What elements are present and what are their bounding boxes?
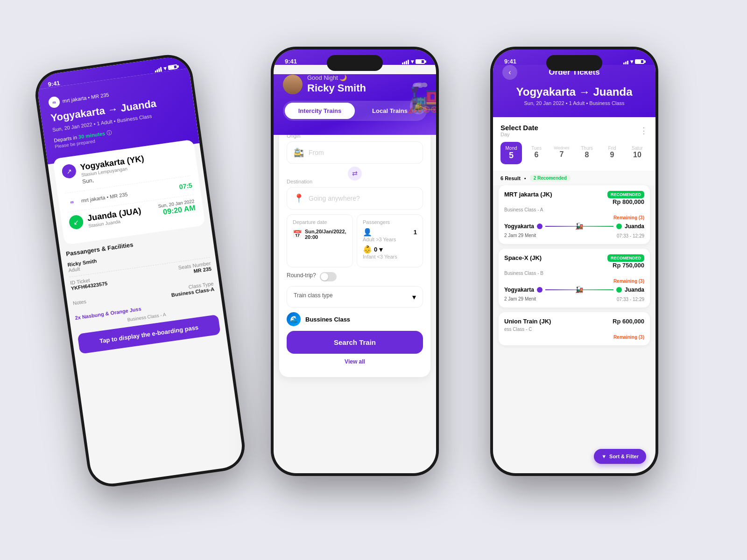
- phone-ticket: 9:41 ▾ m mrt jakarta • MR 235 Yogyakarta…: [32, 52, 248, 490]
- class-badge-2: ess Class - C: [504, 327, 644, 332]
- day-num-1: 6: [528, 151, 545, 159]
- route-visual-1: Yogyakarta 🚂 Juanda: [504, 287, 644, 293]
- greeting: Good Night 🌙: [307, 74, 366, 81]
- recommended-badge: 2 Recomended: [530, 175, 571, 182]
- order-route: Yogyakarta → Juanda: [502, 85, 646, 98]
- train-price-0: Rp 800,000: [607, 198, 644, 205]
- from-placeholder: From: [309, 149, 324, 156]
- day-item-4[interactable]: Frid 9: [601, 142, 623, 164]
- day-label-5: Satur: [628, 146, 646, 151]
- results-bar: 6 Result • 2 Recomended: [493, 171, 655, 185]
- toggle-knob: [321, 273, 328, 280]
- chevron-down-icon: ▾: [412, 293, 416, 301]
- date-sel-header: Select Date Day ⋮: [500, 124, 648, 137]
- round-trip-toggle[interactable]: [320, 272, 337, 281]
- day-item-3[interactable]: Thurs 8: [576, 142, 598, 164]
- train-card-0[interactable]: MRT jakarta (JK) RECOMENDED Rp 800,000 B…: [499, 185, 650, 244]
- class-name: Bussines Class: [305, 316, 350, 323]
- wifi-icon-right: ▾: [630, 58, 633, 65]
- from-field[interactable]: 🚉 From: [287, 141, 423, 164]
- route-train-0: 🚂: [575, 222, 583, 230]
- route-line-1: 🚂: [545, 289, 613, 290]
- infant-label: Infant <3 Years: [363, 254, 417, 259]
- battery-icon: [168, 64, 177, 70]
- train-time: 07:5: [179, 182, 193, 191]
- train-card-header-0: MRT jakarta (JK) RECOMENDED Rp 800,000: [504, 191, 644, 205]
- dest-field[interactable]: 📍 Going anywhere?: [287, 187, 423, 210]
- day-label-1: Tues: [528, 146, 545, 151]
- day-item-2[interactable]: Wednes 7: [551, 142, 572, 164]
- class-dropdown[interactable]: Train class type ▾: [287, 286, 423, 308]
- order-meta: Sun, 20 Jan 2022 • 1 Adult • Business Cl…: [502, 100, 646, 106]
- round-trip-row: Round-trip?: [287, 272, 423, 281]
- train-name-badge: mrt jakarta • MR 235: [81, 191, 128, 203]
- to-station-1: Juanda: [625, 287, 644, 293]
- mrt-info: mrt jakarta • MR 235: [62, 92, 109, 104]
- view-all[interactable]: View all: [287, 354, 423, 370]
- round-trip-label: Round-trip?: [287, 272, 316, 279]
- pax-field[interactable]: Passengers 👤 1 Adult >3 Years 👶 0 ▾ Infa…: [357, 214, 423, 267]
- train-logo: m: [66, 196, 78, 208]
- train-card-2[interactable]: Union Train (JK) Rp 600,000 ess Class - …: [499, 312, 650, 345]
- notch-right: [546, 55, 602, 71]
- route-dot-end-0: [616, 224, 622, 229]
- boarding-btn[interactable]: Tap to display the e-boarding pass: [78, 315, 221, 354]
- class-badge-1: Business Class - B: [504, 271, 644, 276]
- adult-label: Adult >3 Years: [363, 237, 417, 242]
- date-sel-sub: Day: [500, 132, 538, 137]
- sort-filter-btn[interactable]: ▼ Sort & Filter: [594, 449, 646, 464]
- day-num-3: 8: [578, 151, 596, 159]
- sort-filter-label: Sort & Filter: [609, 454, 639, 459]
- date-value: Sun,20/Jan/2022, 20:00: [305, 229, 347, 240]
- day-num-2: 7: [553, 150, 571, 159]
- more-icon[interactable]: ⋮: [640, 126, 648, 136]
- chevron-icon: ▾: [379, 245, 383, 254]
- times-0: 07:33 - 12:29: [617, 233, 644, 238]
- search-form: Origin 🚉 From ⇅ Destination 📍 Going anyw…: [279, 126, 430, 377]
- result-count: 6 Result: [500, 175, 521, 181]
- back-btn[interactable]: ‹: [502, 65, 517, 80]
- tab-intercity[interactable]: Intercity Trains: [285, 103, 355, 119]
- day-num-0: 5: [502, 151, 520, 161]
- pax-row-inner: 👤 1: [363, 228, 417, 237]
- user-name: Ricky Smith: [307, 82, 366, 94]
- train-tabs: Intercity Trains Local Trains: [283, 101, 427, 121]
- route-dot-start-0: [537, 224, 543, 229]
- train-name: mrt jakarta • MR 235: [81, 191, 128, 203]
- train-card-header-2: Union Train (JK) Rp 600,000: [504, 318, 644, 325]
- status-icons-right: ▾: [623, 58, 644, 65]
- signal-icon-center: [402, 59, 409, 64]
- day-item-1[interactable]: Tues 6: [526, 142, 547, 164]
- class-logo: 🌊: [287, 312, 301, 326]
- day-label-2: Wednes: [553, 146, 571, 150]
- phone-train-list: 9:41 ▾ ‹ Order Tickets: [490, 47, 658, 476]
- notes-label: Notes: [72, 299, 86, 306]
- remaining-2: Remaining (3): [504, 335, 644, 340]
- from-station-0: Yogyakarta: [504, 223, 534, 230]
- day-item-0[interactable]: Mond 5: [500, 142, 522, 164]
- dest-dot: ↙: [68, 214, 84, 230]
- day-item-5[interactable]: Satur 10: [627, 142, 648, 164]
- signal-icon-right: [623, 59, 628, 64]
- train-card-header-1: Space-X (JK) RECOMENDED Rp 750,000: [504, 254, 644, 269]
- date-selector: Select Date Day ⋮ Mond 5 Tues 6 We: [493, 117, 655, 171]
- day-label-4: Frid: [603, 146, 621, 151]
- date-label: Departure date: [293, 219, 347, 225]
- route-dot-end-1: [616, 287, 622, 293]
- from-station-1: Yogyakarta: [504, 287, 534, 293]
- date-days: Mond 5 Tues 6 Wednes 7 Thurs 8: [500, 142, 648, 164]
- train-name-1: Space-X (JK): [504, 254, 542, 261]
- route-train-1: 🚂: [575, 286, 583, 293]
- person-icon: 👤: [363, 228, 372, 237]
- train-card-1[interactable]: Space-X (JK) RECOMENDED Rp 750,000 Busin…: [499, 249, 650, 308]
- train-name-0: MRT jakarta (JK): [504, 191, 552, 198]
- date-field[interactable]: Departure date 📅 Sun,20/Jan/2022, 20:00: [287, 214, 353, 267]
- user-avatar: [283, 75, 303, 94]
- search-btn[interactable]: Search Train: [287, 331, 423, 354]
- remaining-0: Remaining (3): [504, 215, 644, 220]
- swap-icon: ⇅: [348, 167, 362, 181]
- dest-placeholder: Going anywhere?: [309, 195, 360, 202]
- status-time-right: 9:41: [504, 58, 516, 65]
- class-badge-0: Business Class - A: [504, 207, 644, 212]
- wifi-icon-center: ▾: [411, 58, 414, 65]
